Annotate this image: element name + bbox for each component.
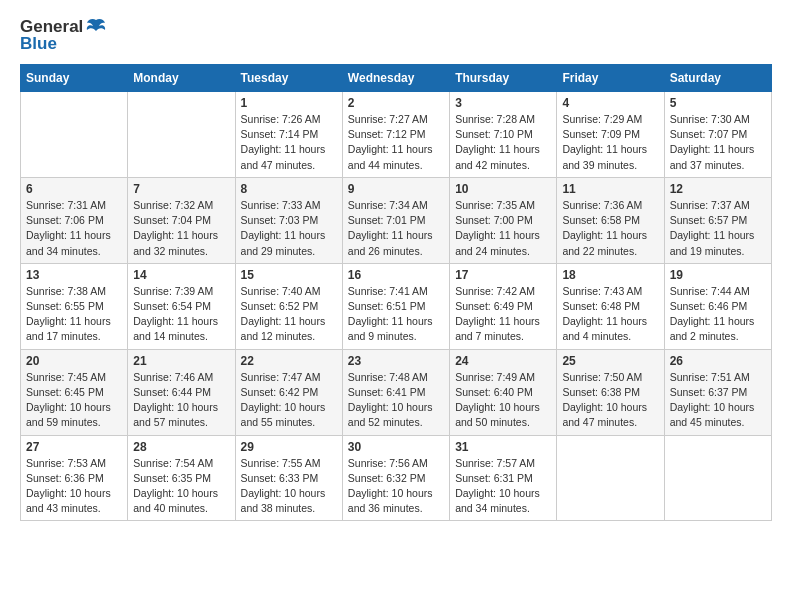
day-info: Sunrise: 7:30 AMSunset: 7:07 PMDaylight:… — [670, 112, 766, 173]
day-of-week-header: Tuesday — [235, 65, 342, 92]
calendar-week-row: 6Sunrise: 7:31 AMSunset: 7:06 PMDaylight… — [21, 177, 772, 263]
day-number: 21 — [133, 354, 229, 368]
day-number: 13 — [26, 268, 122, 282]
day-info: Sunrise: 7:53 AMSunset: 6:36 PMDaylight:… — [26, 456, 122, 517]
day-number: 19 — [670, 268, 766, 282]
day-number: 22 — [241, 354, 337, 368]
day-number: 14 — [133, 268, 229, 282]
day-info: Sunrise: 7:54 AMSunset: 6:35 PMDaylight:… — [133, 456, 229, 517]
calendar-cell — [128, 92, 235, 178]
day-number: 28 — [133, 440, 229, 454]
day-info: Sunrise: 7:50 AMSunset: 6:38 PMDaylight:… — [562, 370, 658, 431]
day-number: 5 — [670, 96, 766, 110]
day-info: Sunrise: 7:29 AMSunset: 7:09 PMDaylight:… — [562, 112, 658, 173]
day-number: 27 — [26, 440, 122, 454]
day-number: 2 — [348, 96, 444, 110]
calendar-week-row: 20Sunrise: 7:45 AMSunset: 6:45 PMDayligh… — [21, 349, 772, 435]
day-info: Sunrise: 7:33 AMSunset: 7:03 PMDaylight:… — [241, 198, 337, 259]
day-info: Sunrise: 7:41 AMSunset: 6:51 PMDaylight:… — [348, 284, 444, 345]
calendar-week-row: 1Sunrise: 7:26 AMSunset: 7:14 PMDaylight… — [21, 92, 772, 178]
calendar-cell: 2Sunrise: 7:27 AMSunset: 7:12 PMDaylight… — [342, 92, 449, 178]
day-number: 23 — [348, 354, 444, 368]
day-number: 17 — [455, 268, 551, 282]
day-number: 9 — [348, 182, 444, 196]
day-info: Sunrise: 7:47 AMSunset: 6:42 PMDaylight:… — [241, 370, 337, 431]
day-info: Sunrise: 7:48 AMSunset: 6:41 PMDaylight:… — [348, 370, 444, 431]
calendar-cell: 30Sunrise: 7:56 AMSunset: 6:32 PMDayligh… — [342, 435, 449, 521]
day-info: Sunrise: 7:26 AMSunset: 7:14 PMDaylight:… — [241, 112, 337, 173]
day-info: Sunrise: 7:49 AMSunset: 6:40 PMDaylight:… — [455, 370, 551, 431]
day-number: 6 — [26, 182, 122, 196]
calendar-cell: 9Sunrise: 7:34 AMSunset: 7:01 PMDaylight… — [342, 177, 449, 263]
day-number: 10 — [455, 182, 551, 196]
day-info: Sunrise: 7:34 AMSunset: 7:01 PMDaylight:… — [348, 198, 444, 259]
calendar-cell: 29Sunrise: 7:55 AMSunset: 6:33 PMDayligh… — [235, 435, 342, 521]
day-info: Sunrise: 7:27 AMSunset: 7:12 PMDaylight:… — [348, 112, 444, 173]
day-info: Sunrise: 7:31 AMSunset: 7:06 PMDaylight:… — [26, 198, 122, 259]
day-number: 26 — [670, 354, 766, 368]
calendar-cell: 18Sunrise: 7:43 AMSunset: 6:48 PMDayligh… — [557, 263, 664, 349]
day-info: Sunrise: 7:37 AMSunset: 6:57 PMDaylight:… — [670, 198, 766, 259]
calendar-cell: 22Sunrise: 7:47 AMSunset: 6:42 PMDayligh… — [235, 349, 342, 435]
day-number: 30 — [348, 440, 444, 454]
day-info: Sunrise: 7:36 AMSunset: 6:58 PMDaylight:… — [562, 198, 658, 259]
day-number: 1 — [241, 96, 337, 110]
day-number: 24 — [455, 354, 551, 368]
calendar-cell: 17Sunrise: 7:42 AMSunset: 6:49 PMDayligh… — [450, 263, 557, 349]
logo: General Blue — [20, 16, 107, 54]
calendar-cell: 10Sunrise: 7:35 AMSunset: 7:00 PMDayligh… — [450, 177, 557, 263]
day-number: 4 — [562, 96, 658, 110]
day-of-week-header: Friday — [557, 65, 664, 92]
day-info: Sunrise: 7:51 AMSunset: 6:37 PMDaylight:… — [670, 370, 766, 431]
day-of-week-header: Thursday — [450, 65, 557, 92]
calendar-cell: 25Sunrise: 7:50 AMSunset: 6:38 PMDayligh… — [557, 349, 664, 435]
day-info: Sunrise: 7:56 AMSunset: 6:32 PMDaylight:… — [348, 456, 444, 517]
day-number: 31 — [455, 440, 551, 454]
calendar-cell: 1Sunrise: 7:26 AMSunset: 7:14 PMDaylight… — [235, 92, 342, 178]
calendar-table: SundayMondayTuesdayWednesdayThursdayFrid… — [20, 64, 772, 521]
calendar-week-row: 13Sunrise: 7:38 AMSunset: 6:55 PMDayligh… — [21, 263, 772, 349]
calendar-cell — [21, 92, 128, 178]
calendar-cell: 27Sunrise: 7:53 AMSunset: 6:36 PMDayligh… — [21, 435, 128, 521]
day-info: Sunrise: 7:57 AMSunset: 6:31 PMDaylight:… — [455, 456, 551, 517]
calendar-body: 1Sunrise: 7:26 AMSunset: 7:14 PMDaylight… — [21, 92, 772, 521]
day-info: Sunrise: 7:38 AMSunset: 6:55 PMDaylight:… — [26, 284, 122, 345]
day-info: Sunrise: 7:28 AMSunset: 7:10 PMDaylight:… — [455, 112, 551, 173]
day-info: Sunrise: 7:40 AMSunset: 6:52 PMDaylight:… — [241, 284, 337, 345]
logo-blue-text: Blue — [20, 34, 107, 54]
calendar-cell: 24Sunrise: 7:49 AMSunset: 6:40 PMDayligh… — [450, 349, 557, 435]
day-of-week-header: Sunday — [21, 65, 128, 92]
day-number: 16 — [348, 268, 444, 282]
calendar-cell: 23Sunrise: 7:48 AMSunset: 6:41 PMDayligh… — [342, 349, 449, 435]
calendar-cell: 12Sunrise: 7:37 AMSunset: 6:57 PMDayligh… — [664, 177, 771, 263]
day-of-week-header: Saturday — [664, 65, 771, 92]
day-info: Sunrise: 7:32 AMSunset: 7:04 PMDaylight:… — [133, 198, 229, 259]
day-of-week-header: Monday — [128, 65, 235, 92]
calendar-cell: 4Sunrise: 7:29 AMSunset: 7:09 PMDaylight… — [557, 92, 664, 178]
calendar-cell: 3Sunrise: 7:28 AMSunset: 7:10 PMDaylight… — [450, 92, 557, 178]
day-info: Sunrise: 7:35 AMSunset: 7:00 PMDaylight:… — [455, 198, 551, 259]
calendar-cell: 16Sunrise: 7:41 AMSunset: 6:51 PMDayligh… — [342, 263, 449, 349]
calendar-week-row: 27Sunrise: 7:53 AMSunset: 6:36 PMDayligh… — [21, 435, 772, 521]
calendar-cell: 8Sunrise: 7:33 AMSunset: 7:03 PMDaylight… — [235, 177, 342, 263]
day-info: Sunrise: 7:55 AMSunset: 6:33 PMDaylight:… — [241, 456, 337, 517]
calendar-cell: 20Sunrise: 7:45 AMSunset: 6:45 PMDayligh… — [21, 349, 128, 435]
day-number: 20 — [26, 354, 122, 368]
day-number: 25 — [562, 354, 658, 368]
day-info: Sunrise: 7:43 AMSunset: 6:48 PMDaylight:… — [562, 284, 658, 345]
day-number: 3 — [455, 96, 551, 110]
day-info: Sunrise: 7:46 AMSunset: 6:44 PMDaylight:… — [133, 370, 229, 431]
calendar-cell: 28Sunrise: 7:54 AMSunset: 6:35 PMDayligh… — [128, 435, 235, 521]
calendar-cell — [664, 435, 771, 521]
day-of-week-header: Wednesday — [342, 65, 449, 92]
calendar-cell: 14Sunrise: 7:39 AMSunset: 6:54 PMDayligh… — [128, 263, 235, 349]
calendar-cell: 7Sunrise: 7:32 AMSunset: 7:04 PMDaylight… — [128, 177, 235, 263]
page-header: General Blue — [20, 16, 772, 54]
day-number: 11 — [562, 182, 658, 196]
day-number: 29 — [241, 440, 337, 454]
calendar-cell: 13Sunrise: 7:38 AMSunset: 6:55 PMDayligh… — [21, 263, 128, 349]
day-number: 18 — [562, 268, 658, 282]
calendar-header-row: SundayMondayTuesdayWednesdayThursdayFrid… — [21, 65, 772, 92]
day-info: Sunrise: 7:39 AMSunset: 6:54 PMDaylight:… — [133, 284, 229, 345]
day-number: 12 — [670, 182, 766, 196]
